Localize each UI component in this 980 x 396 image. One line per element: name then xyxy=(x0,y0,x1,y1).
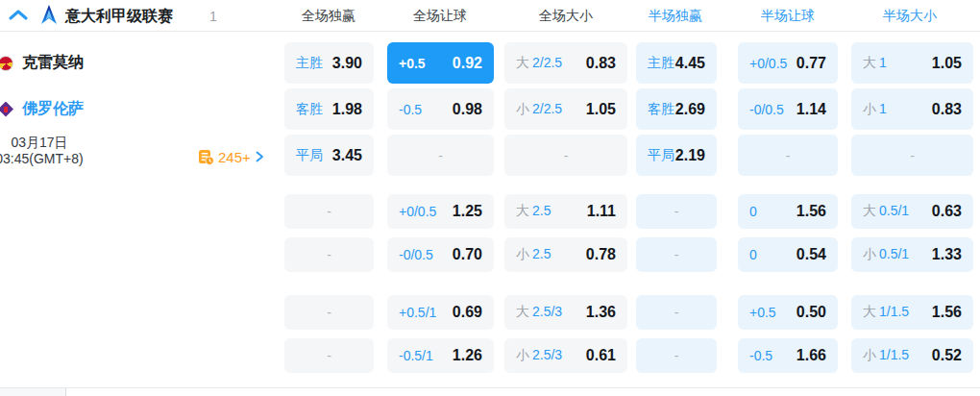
odds-cell[interactable]: +0.50.92 xyxy=(387,42,494,84)
odds-cell-empty: - xyxy=(636,295,717,330)
odds-cell[interactable]: 00.54 xyxy=(738,237,838,272)
odds-line-label: 0 xyxy=(749,204,757,219)
odds-value: 1.56 xyxy=(932,304,962,321)
odds-cell[interactable]: 大2.5/31.36 xyxy=(504,295,627,330)
odds-line-label: 大2/2.5 xyxy=(516,55,562,72)
match-datetime: 03月17日 03:45(GMT+8) xyxy=(0,135,97,167)
odds-cell[interactable]: -0.51.66 xyxy=(738,338,838,373)
odds-cell[interactable]: 平局2.19 xyxy=(636,135,717,176)
empty-odds-dash: - xyxy=(327,204,331,219)
odds-value: 0.52 xyxy=(932,347,962,364)
more-markets-link[interactable]: 245+ xyxy=(198,146,265,167)
empty-odds-dash: - xyxy=(674,204,679,219)
odds-value: 0.77 xyxy=(796,55,826,72)
odds-line-label: 小2/2.5 xyxy=(516,101,562,118)
odds-cell[interactable]: 小1/1.50.52 xyxy=(851,338,973,373)
empty-odds-dash: - xyxy=(674,305,679,320)
odds-line-label: 小2.5 xyxy=(516,246,551,263)
odds-cell[interactable]: -0.5/11.26 xyxy=(387,338,494,373)
odds-line-label: 小2.5/3 xyxy=(516,347,562,364)
odds-cell[interactable]: +0.5/10.69 xyxy=(387,295,494,330)
odds-cell[interactable]: 客胜1.98 xyxy=(284,88,374,130)
away-team-crest-icon xyxy=(0,102,13,117)
odds-cell-empty: - xyxy=(284,237,374,272)
odds-line-label: -0.5 xyxy=(399,102,422,117)
odds-value: 0.78 xyxy=(586,246,616,263)
odds-value: 1.36 xyxy=(586,304,616,321)
odds-cell-empty: - xyxy=(636,237,717,272)
odds-line-label: +0.5/1 xyxy=(399,305,436,320)
odds-line-label: -0/0.5 xyxy=(749,102,784,117)
empty-odds-dash: - xyxy=(910,148,915,163)
odds-cell[interactable]: 客胜2.69 xyxy=(636,88,717,130)
odds-cell[interactable]: -0.50.98 xyxy=(387,88,494,130)
league-logo-icon xyxy=(39,4,59,27)
odds-cell[interactable]: +0/0.50.77 xyxy=(738,42,838,84)
odds-value: 0.98 xyxy=(453,101,482,118)
odds-value: 1.33 xyxy=(932,246,962,263)
empty-odds-dash: - xyxy=(327,305,331,320)
odds-cell[interactable]: 主胜3.90 xyxy=(284,42,374,84)
away-team-row: 佛罗伦萨 xyxy=(0,88,84,130)
odds-value: 0.83 xyxy=(586,55,616,72)
market-column-header: 半场独赢 xyxy=(649,8,702,25)
odds-cell[interactable]: 小10.83 xyxy=(851,88,973,130)
odds-cell[interactable]: 大1/1.51.56 xyxy=(851,295,973,330)
odds-cell[interactable]: 主胜4.45 xyxy=(636,42,717,84)
odds-cell-empty: - xyxy=(636,338,717,373)
odds-line-label: +0.5 xyxy=(749,305,776,320)
odds-line-label: 大2.5/3 xyxy=(516,304,562,321)
away-team-name[interactable]: 佛罗伦萨 xyxy=(22,99,84,119)
odds-value: 0.54 xyxy=(796,246,826,263)
odds-cell[interactable]: 小2/2.51.05 xyxy=(504,88,627,130)
odds-cell[interactable]: +0.50.50 xyxy=(738,295,838,330)
market-column-header: 半场大小 xyxy=(883,8,937,25)
odds-cell[interactable]: +0/0.51.25 xyxy=(387,194,494,229)
odds-line-label: 客胜 xyxy=(648,101,674,118)
odds-cell[interactable]: 小0.5/11.33 xyxy=(851,237,973,272)
odds-value: 1.05 xyxy=(586,101,616,118)
odds-line-label: 大2.5 xyxy=(516,203,551,220)
odds-line-label: -0/0.5 xyxy=(399,247,433,262)
odds-cell-empty: - xyxy=(284,338,374,373)
odds-line-label: +0/0.5 xyxy=(399,204,436,219)
odds-cell[interactable]: 小2.50.78 xyxy=(504,237,627,272)
odds-cell-empty: - xyxy=(387,135,494,176)
odds-line-label: 小1/1.5 xyxy=(863,347,909,364)
odds-line-label: -0.5 xyxy=(749,348,772,363)
collapse-chevron-up-icon[interactable] xyxy=(9,8,28,23)
chevron-right-icon xyxy=(254,151,265,162)
odds-value: 1.56 xyxy=(796,203,826,220)
odds-value: 4.45 xyxy=(675,55,705,72)
next-section-partial xyxy=(0,388,66,396)
odds-value: 0.63 xyxy=(932,203,962,220)
odds-line-label: 大1 xyxy=(863,55,887,72)
odds-line-label: 客胜 xyxy=(296,101,323,118)
empty-odds-dash: - xyxy=(674,348,679,363)
odds-cell[interactable]: 大2/2.50.83 xyxy=(504,42,627,84)
odds-value: 1.26 xyxy=(453,347,482,364)
odds-line-label: 主胜 xyxy=(296,55,323,72)
empty-odds-dash: - xyxy=(674,247,679,262)
odds-value: 3.45 xyxy=(332,147,362,164)
market-column-header: 全场让球 xyxy=(413,8,467,25)
odds-cell-empty: - xyxy=(738,135,838,176)
home-team-name[interactable]: 克雷莫纳 xyxy=(22,53,84,73)
odds-cell[interactable]: 01.56 xyxy=(738,194,838,229)
league-name[interactable]: 意大利甲级联赛 xyxy=(65,7,173,27)
match-time: 03:45(GMT+8) xyxy=(0,151,97,167)
odds-cell[interactable]: 大2.51.11 xyxy=(504,194,627,229)
league-match-count: 1 xyxy=(209,9,217,24)
odds-cell[interactable]: 大11.05 xyxy=(851,42,973,84)
odds-cell[interactable]: -0/0.50.70 xyxy=(387,237,494,272)
odds-cell[interactable]: 小2.5/30.61 xyxy=(504,338,627,373)
market-column-header: 全场大小 xyxy=(539,8,593,25)
odds-cell[interactable]: -0/0.51.14 xyxy=(738,88,838,130)
odds-cell[interactable]: 平局3.45 xyxy=(284,135,374,176)
odds-cell[interactable]: 大0.5/10.63 xyxy=(851,194,973,229)
odds-line-label: 小0.5/1 xyxy=(863,246,909,263)
home-team-crest-icon xyxy=(0,56,13,71)
odds-line-label: 主胜 xyxy=(648,55,674,72)
odds-line-label: +0.5 xyxy=(399,56,426,71)
odds-line-label: 平局 xyxy=(648,147,674,164)
